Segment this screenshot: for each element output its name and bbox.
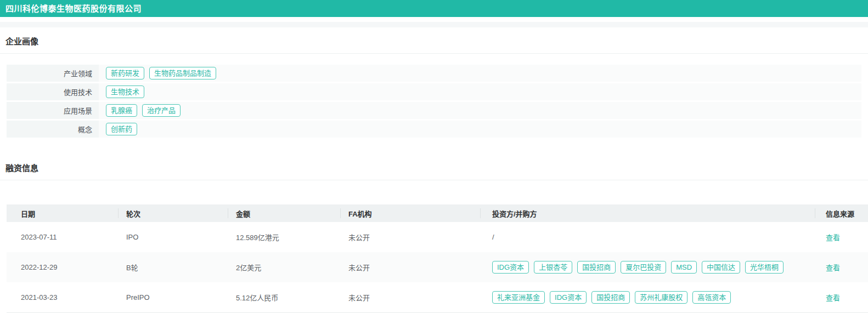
portrait-row: 产业领域 新药研发生物药品制品制造 (7, 65, 861, 82)
portrait-row: 概念 创新药 (7, 121, 861, 138)
tag[interactable]: 上银杏苓 (534, 261, 572, 274)
cell-date: 2023-07-11 (7, 222, 118, 252)
table-row: 2021-03-23 PreIPO 5.12亿人民币 未公开 礼来亚洲基金IDG… (7, 282, 868, 312)
table-row: 2023-07-11 IPO 12.589亿港元 未公开 / 查看 (7, 222, 868, 252)
cell-round: PreIPO (118, 282, 228, 312)
tag[interactable]: 生物药品制品制造 (149, 67, 216, 79)
tag[interactable]: 高瓴资本 (692, 291, 731, 304)
column-header-round: 轮次 (118, 204, 228, 222)
portrait-rows: 产业领域 新药研发生物药品制品制造 使用技术 生物技术 应用场景 乳腺癌治疗产品… (7, 65, 861, 138)
tag[interactable]: 礼来亚洲基金 (492, 291, 545, 304)
cell-amount: 5.12亿人民币 (228, 282, 340, 312)
view-link[interactable]: 查看 (826, 294, 840, 302)
divider (0, 53, 868, 54)
portrait-row-label: 概念 (7, 121, 99, 138)
tag[interactable]: IDG资本 (550, 291, 587, 304)
column-header-source: 信息来源 (815, 204, 868, 222)
company-name: 四川科伦博泰生物医药股份有限公司 (5, 4, 142, 13)
cell-investors: IDG资本上银杏苓国投招商夏尔巴投资MSD中国信达光华梧桐 (480, 252, 815, 282)
cell-source: 查看 (815, 252, 868, 282)
section-title-financing: 融资信息 (0, 139, 868, 180)
cell-investors: / (480, 222, 815, 252)
cell-investors: 礼来亚洲基金IDG资本国投招商苏州礼康股权高瓴资本 (480, 282, 815, 312)
portrait-row: 使用技术 生物技术 (7, 83, 861, 100)
column-header-fa: FA机构 (340, 204, 480, 222)
portrait-row-tags: 生物技术 (99, 83, 861, 100)
portrait-row-tags: 创新药 (99, 121, 861, 138)
cell-round: IPO (118, 222, 228, 252)
cell-round: B轮 (118, 252, 228, 282)
cell-source: 查看 (815, 222, 868, 252)
portrait-row-label: 应用场景 (7, 102, 99, 119)
column-header-investors: 投资方/并购方 (480, 204, 815, 222)
portrait-row-tags: 新药研发生物药品制品制造 (99, 65, 861, 82)
view-link[interactable]: 查看 (826, 234, 840, 242)
tag[interactable]: 新药研发 (106, 67, 144, 79)
tag[interactable]: 夏尔巴投资 (621, 261, 666, 274)
tag[interactable]: 中国信达 (702, 261, 740, 274)
cell-fa: 未公开 (340, 282, 480, 312)
divider (0, 180, 868, 180)
page-gap-strip (0, 22, 868, 27)
cell-fa: 未公开 (340, 222, 480, 252)
content-card: 企业画像 产业领域 新药研发生物药品制品制造 使用技术 生物技术 应用场景 乳腺… (0, 27, 868, 313)
column-header-amount: 金额 (228, 204, 340, 222)
tag[interactable]: 乳腺癌 (106, 104, 137, 117)
table-row: 2022-12-29 B轮 2亿美元 未公开 IDG资本上银杏苓国投招商夏尔巴投… (7, 252, 868, 282)
financing-table-header: 日期 轮次 金额 FA机构 投资方/并购方 信息来源 (7, 204, 868, 222)
tag[interactable]: 治疗产品 (142, 104, 181, 117)
portrait-row-label: 使用技术 (7, 83, 99, 100)
company-header-bar: 四川科伦博泰生物医药股份有限公司 (0, 0, 868, 17)
tag[interactable]: 国投招商 (577, 261, 616, 274)
column-header-date: 日期 (7, 204, 118, 222)
tag[interactable]: 国投招商 (591, 291, 630, 304)
tag[interactable]: 苏州礼康股权 (635, 291, 687, 304)
section-title-portrait: 企业画像 (0, 27, 868, 53)
view-link[interactable]: 查看 (826, 264, 840, 272)
cell-date: 2021-03-23 (7, 282, 118, 312)
portrait-row: 应用场景 乳腺癌治疗产品 (7, 102, 861, 119)
cell-date: 2022-12-29 (7, 252, 118, 282)
tag[interactable]: 创新药 (106, 123, 137, 135)
portrait-row-tags: 乳腺癌治疗产品 (99, 102, 861, 119)
portrait-row-label: 产业领域 (7, 65, 99, 82)
financing-table: 日期 轮次 金额 FA机构 投资方/并购方 信息来源 2023-07-11 IP… (7, 204, 868, 313)
tag[interactable]: IDG资本 (492, 261, 529, 274)
tag[interactable]: 光华梧桐 (745, 261, 784, 274)
cell-amount: 12.589亿港元 (228, 222, 340, 252)
cell-amount: 2亿美元 (228, 252, 340, 282)
cell-fa: 未公开 (340, 252, 480, 282)
tag[interactable]: MSD (671, 261, 697, 274)
cell-source: 查看 (815, 282, 868, 312)
tag[interactable]: 生物技术 (106, 86, 144, 98)
financing-table-body: 2023-07-11 IPO 12.589亿港元 未公开 / 查看 2022-1… (7, 222, 868, 312)
